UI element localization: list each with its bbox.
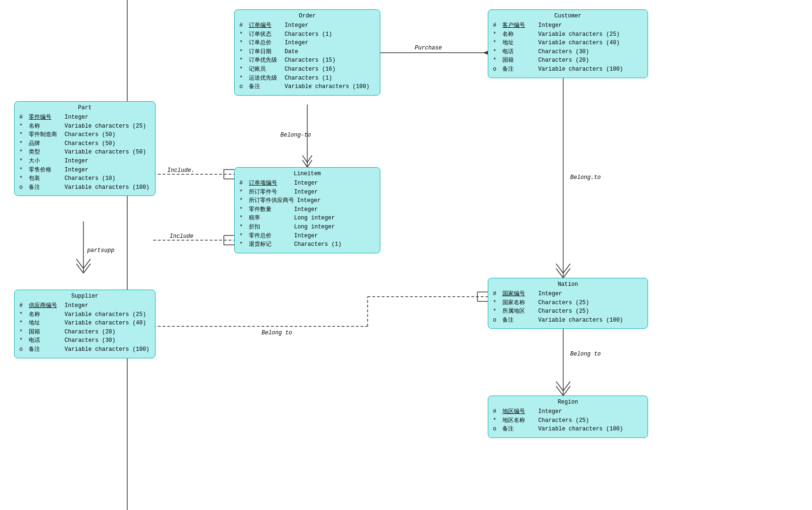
svg-line-15 xyxy=(76,259,83,268)
svg-marker-2 xyxy=(483,51,488,55)
region-row-2: o备注Variable characters (100) xyxy=(493,425,643,434)
belong-to-nation-region-label: Belong to xyxy=(570,351,601,357)
nation-row-0: #国家编号Integer xyxy=(493,290,643,299)
order-row-5: *记账员Characters (16) xyxy=(239,65,375,74)
svg-line-30 xyxy=(563,268,570,278)
belong-to-customer-nation-label: Belong.to xyxy=(570,174,601,181)
belong-to-supplier-nation-label: Belong to xyxy=(262,330,292,336)
order-row-0: #订单编号Integer xyxy=(239,21,375,30)
part-entity: Part #零件编号Integer *名称Variable characters… xyxy=(14,101,156,196)
part-title: Part xyxy=(19,105,150,111)
customer-row-4: *国籍Characters (20) xyxy=(493,56,643,65)
supplier-entity: Supplier #供应商编号Integer *名称Variable chara… xyxy=(14,290,156,358)
partsupp-label: partsupp xyxy=(87,247,115,254)
include-dot-label: Include. xyxy=(167,167,195,174)
lineitem-row-5: *折扣Long integer xyxy=(239,223,375,232)
include-label: Include xyxy=(170,233,193,240)
order-row-2: *订单总价Integer xyxy=(239,39,375,48)
part-row-2: *零件制造商Characters (50) xyxy=(19,130,150,139)
svg-line-5 xyxy=(307,160,312,167)
supplier-row-1: *名称Variable characters (25) xyxy=(19,310,150,319)
part-row-6: *零售价格Integer xyxy=(19,166,150,175)
supplier-row-5: o备注Variable characters (100) xyxy=(19,345,150,354)
customer-row-0: #客户编号Integer xyxy=(493,21,643,30)
order-row-4: *订单优先级Characters (15) xyxy=(239,56,375,65)
svg-line-29 xyxy=(556,268,563,278)
connectors-svg xyxy=(0,0,812,510)
part-row-1: *名称Variable characters (25) xyxy=(19,122,150,131)
svg-line-7 xyxy=(307,155,312,162)
order-row-7: o备注Variable characters (100) xyxy=(239,82,375,91)
supplier-row-2: *地址Variable characters (40) xyxy=(19,319,150,328)
svg-line-6 xyxy=(303,155,307,162)
svg-line-34 xyxy=(556,386,563,396)
part-row-4: *类型Variable characters (50) xyxy=(19,148,150,157)
lineitem-row-4: *税率Long integer xyxy=(239,214,375,223)
order-row-3: *订单日期Date xyxy=(239,48,375,57)
customer-title: Customer xyxy=(493,13,643,19)
belong-to-1-label: Belong-to xyxy=(280,132,311,138)
region-row-0: #地区编号Integer xyxy=(493,407,643,416)
region-row-1: *地区名称Characters (25) xyxy=(493,416,643,425)
svg-line-37 xyxy=(563,381,570,391)
nation-entity: Nation #国家编号Integer *国家名称Characters (25)… xyxy=(488,278,648,329)
purchase-label: Purchase xyxy=(415,45,442,51)
region-title: Region xyxy=(493,399,643,405)
order-row-6: *运送优先级Characters (1) xyxy=(239,74,375,83)
customer-entity: Customer #客户编号Integer *名称Variable charac… xyxy=(488,9,648,78)
svg-line-14 xyxy=(83,264,90,273)
lineitem-row-7: *退货标记Characters (1) xyxy=(239,240,375,249)
lineitem-row-3: *零件数量Integer xyxy=(239,205,375,214)
part-row-8: o备注Variable characters (100) xyxy=(19,183,150,192)
order-entity: Order #订单编号Integer *订单状态Characters (1) *… xyxy=(234,9,380,96)
svg-line-13 xyxy=(76,264,83,273)
lineitem-row-1: *所订零件号Integer xyxy=(239,188,375,197)
customer-row-5: o备注Variable characters (100) xyxy=(493,65,643,74)
part-row-7: *包装Characters (10) xyxy=(19,174,150,183)
lineitem-row-2: *所订零件供应商号Integer xyxy=(239,196,375,205)
svg-line-35 xyxy=(563,386,570,396)
svg-line-36 xyxy=(556,381,563,391)
lineitem-entity: Lineitem #订单项编号Integer *所订零件号Integer *所订… xyxy=(234,167,380,253)
supplier-row-0: #供应商编号Integer xyxy=(19,301,150,310)
lineitem-row-0: #订单项编号Integer xyxy=(239,179,375,188)
nation-row-1: *国家名称Characters (25) xyxy=(493,299,643,308)
nation-row-3: o备注Variable characters (100) xyxy=(493,316,643,325)
order-title: Order xyxy=(239,13,375,19)
customer-row-2: *地址Variable characters (40) xyxy=(493,39,643,48)
nation-title: Nation xyxy=(493,281,643,288)
order-row-1: *订单状态Characters (1) xyxy=(239,30,375,39)
lineitem-title: Lineitem xyxy=(239,170,375,177)
customer-row-3: *电话Characters (30) xyxy=(493,48,643,57)
supplier-row-4: *电话Characters (30) xyxy=(19,336,150,345)
region-entity: Region #地区编号Integer *地区名称Characters (25)… xyxy=(488,396,648,438)
part-row-3: *品牌Characters (50) xyxy=(19,139,150,148)
customer-row-1: *名称Variable characters (25) xyxy=(493,30,643,39)
nation-row-2: *所属地区Characters (25) xyxy=(493,307,643,316)
supplier-title: Supplier xyxy=(19,293,150,300)
svg-line-32 xyxy=(563,264,570,273)
svg-line-4 xyxy=(303,160,307,167)
svg-line-31 xyxy=(556,264,563,273)
lineitem-row-6: *零件总价Integer xyxy=(239,232,375,241)
part-row-0: #零件编号Integer xyxy=(19,113,150,122)
part-row-5: *大小Integer xyxy=(19,157,150,166)
supplier-row-3: *国籍Characters (20) xyxy=(19,328,150,337)
svg-line-16 xyxy=(83,259,90,268)
